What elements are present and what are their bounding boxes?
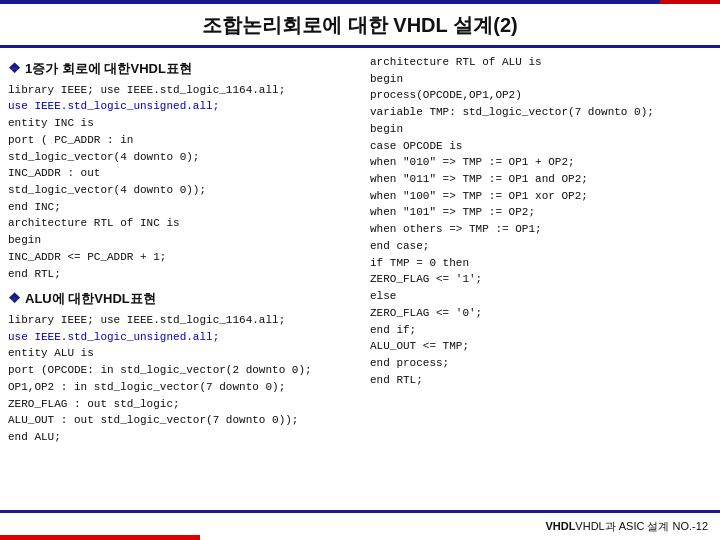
code-line: std_logic_vector(4 downto 0)); [8,182,350,199]
code-line: INC_ADDR <= PC_ADDR + 1; [8,249,350,266]
code-line: entity INC is [8,115,350,132]
code-line: when others => TMP := OP1; [370,221,712,238]
code-line: architecture RTL of INC is [8,215,350,232]
section1-prefix: 1증가 회로에 대한 [25,59,130,79]
footer-vhdl: VHDL [545,520,575,532]
code-line: end RTL; [8,266,350,283]
code-line: ZERO_FLAG <= '1'; [370,271,712,288]
title-vhdl: VHDL [393,14,447,36]
title-bar: 조합논리회로에 대한 VHDL 설계(2) [0,4,720,48]
code-line: process(OPCODE,OP1,OP2) [370,87,712,104]
diamond-icon1: ❖ [8,58,21,80]
section1-code: library IEEE; use IEEE.std_logic_1164.al… [8,82,350,283]
section2-suffix2: 표현 [130,289,156,309]
right-code: architecture RTL of ALU is begin process… [370,54,712,388]
left-panel: ❖ 1증가 회로에 대한 VHDL 표현 library IEEE; use I… [8,54,360,512]
code-line: OP1,OP2 : in std_logic_vector(7 downto 0… [8,379,350,396]
code-line: ZERO_FLAG : out std_logic; [8,396,350,413]
code-line: entity ALU is [8,345,350,362]
footer-rest: VHDL과 ASIC 설계 NO.-12 [575,520,708,532]
code-line: end RTL; [370,372,712,389]
code-line: begin [370,121,712,138]
page-title: 조합논리회로에 대한 VHDL 설계(2) [0,12,720,39]
code-line: case OPCODE is [370,138,712,155]
code-line: port ( PC_ADDR : in [8,132,350,149]
top-bar-blue [0,0,660,4]
section1-vhdl: VHDL [130,59,165,79]
code-line: architecture RTL of ALU is [370,54,712,71]
right-panel: architecture RTL of ALU is begin process… [360,54,712,512]
code-line: when "010" => TMP := OP1 + OP2; [370,154,712,171]
footer-text: VHDLVHDL과 ASIC 설계 NO.-12 [545,519,708,534]
code-line: end if; [370,322,712,339]
code-line: library IEEE; use IEEE.std_logic_1164.al… [8,312,350,329]
section2-vhdl: VHDL [94,289,129,309]
section2-header: ❖ ALU에 대한 VHDL 표현 [8,288,350,310]
code-line: library IEEE; use IEEE.std_logic_1164.al… [8,82,350,99]
code-line: ZERO_FLAG <= '0'; [370,305,712,322]
diamond-icon2: ❖ [8,288,21,310]
code-line: end INC; [8,199,350,216]
code-line-blue: use IEEE.std_logic_unsigned.all; [8,98,350,115]
code-line: when "101" => TMP := OP2; [370,204,712,221]
code-line: std_logic_vector(4 downto 0); [8,149,350,166]
code-line: else [370,288,712,305]
code-line: ALU_OUT <= TMP; [370,338,712,355]
section2-code: library IEEE; use IEEE.std_logic_1164.al… [8,312,350,446]
code-line: if TMP = 0 then [370,255,712,272]
title-korean1: 조합논리회로에 대한 [202,14,393,36]
code-line: begin [370,71,712,88]
section2-alu: ALU [25,289,52,309]
code-line: when "100" => TMP := OP1 xor OP2; [370,188,712,205]
code-line-blue2: use IEEE.std_logic_unsigned.all; [8,329,350,346]
footer: VHDLVHDL과 ASIC 설계 NO.-12 [0,510,720,540]
footer-red-bar [0,535,200,540]
code-line: ALU_OUT : out std_logic_vector(7 downto … [8,412,350,429]
code-line: variable TMP: std_logic_vector(7 downto … [370,104,712,121]
code-line: end process; [370,355,712,372]
code-line: port (OPCODE: in std_logic_vector(2 down… [8,362,350,379]
section1-header: ❖ 1증가 회로에 대한 VHDL 표현 [8,58,350,80]
section2-suffix: 에 대한 [52,289,95,309]
code-line: end case; [370,238,712,255]
content-area: ❖ 1증가 회로에 대한 VHDL 표현 library IEEE; use I… [0,48,720,512]
code-line: begin [8,232,350,249]
code-line: end ALU; [8,429,350,446]
code-line: when "011" => TMP := OP1 and OP2; [370,171,712,188]
code-line: INC_ADDR : out [8,165,350,182]
section1-suffix: 표현 [166,59,192,79]
title-korean2: 설계(2) [448,14,518,36]
top-bar-red [660,0,720,4]
